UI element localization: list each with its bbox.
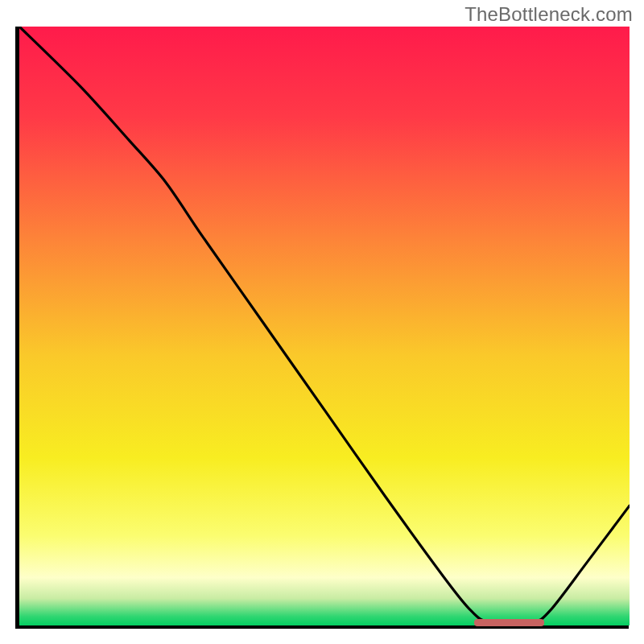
chart-frame: TheBottleneck.com — [0, 0, 644, 644]
gradient-background — [19, 27, 630, 625]
optimal-range-marker — [474, 619, 544, 626]
watermark-text: TheBottleneck.com — [464, 3, 633, 26]
plot-svg — [19, 27, 630, 625]
plot-area — [15, 27, 629, 629]
